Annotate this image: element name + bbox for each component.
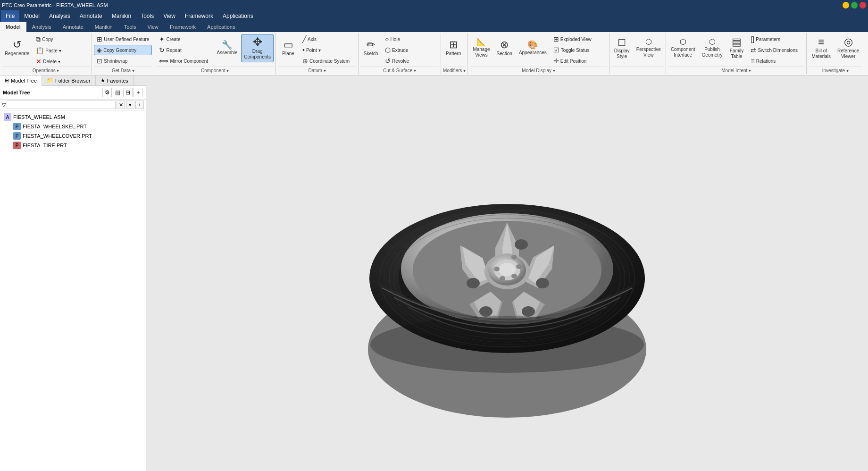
- btn-parameters[interactable]: [] Parameters: [748, 34, 804, 44]
- tree-item-tire[interactable]: P FIESTA_TIRE.PRT: [0, 141, 146, 150]
- menu-analysis[interactable]: Analysis: [44, 10, 75, 22]
- btn-publish-geometry[interactable]: ⬡ PublishGeometry: [699, 34, 726, 62]
- btn-revolve[interactable]: ↺ Revolve: [382, 56, 439, 66]
- tree-item-asm[interactable]: A FIESTA_WHEEL.ASM: [0, 112, 146, 122]
- tab-view[interactable]: View: [142, 22, 164, 32]
- tab-favorites[interactable]: ★ Favorites: [96, 76, 134, 85]
- tree-item-wheelskel[interactable]: P FIESTA_WHEELSKEL.PRT: [0, 122, 146, 131]
- btn-mirror-component[interactable]: ⟺ Mirror Component: [156, 56, 213, 66]
- tab-folder-browser[interactable]: 📁 Folder Browser: [42, 76, 96, 85]
- group-cut-surface: ✏ Sketch ○ Hole ⬡ Extrude ↺ Revolve: [359, 33, 441, 74]
- btn-sketch[interactable]: ✏ Sketch: [360, 34, 381, 62]
- group-label-model-intent: Model Intent ▾: [668, 67, 805, 73]
- group-cut-surface-content: ✏ Sketch ○ Hole ⬡ Extrude ↺ Revolve: [360, 34, 439, 67]
- tree-expand-button[interactable]: ▤: [113, 88, 122, 97]
- btn-plane[interactable]: ▭ Plane: [278, 34, 299, 62]
- tree-settings-button[interactable]: ⚙: [102, 88, 112, 97]
- coord-system-icon: ⊕: [302, 57, 308, 65]
- menu-annotate[interactable]: Annotate: [75, 10, 107, 22]
- tree-items: A FIESTA_WHEEL.ASM P FIESTA_WHEELSKEL.PR…: [0, 110, 146, 471]
- menu-manikin[interactable]: Manikin: [107, 10, 136, 22]
- btn-drag-components[interactable]: ✥ DragComponents: [241, 34, 274, 62]
- btn-copy-geometry[interactable]: ◈ Copy Geometry: [94, 45, 152, 55]
- menu-framework[interactable]: Framework: [180, 10, 218, 22]
- btn-paste[interactable]: 📋 Paste ▾: [33, 45, 90, 56]
- menu-tools[interactable]: Tools: [136, 10, 159, 22]
- tab-model[interactable]: Model: [0, 22, 26, 32]
- minimize-button[interactable]: [843, 2, 849, 8]
- btn-switch-dimensions[interactable]: ⇄ Switch Dimensions: [748, 45, 804, 55]
- wheel-3d-view: [356, 123, 658, 425]
- btn-repeat[interactable]: ↻ Repeat: [156, 45, 213, 55]
- btn-toggle-status[interactable]: ☑ Toggle Status: [551, 45, 607, 55]
- title-bar: PTC Creo Parametric - FIESTA_WHEEL.ASM: [0, 0, 868, 10]
- folder-browser-tab-icon: 📁: [47, 77, 53, 84]
- group-component-content: ✦ Create ↻ Repeat ⟺ Mirror Component 🔧 A…: [156, 34, 274, 67]
- btn-assemble[interactable]: 🔧 Assemble: [214, 34, 240, 62]
- btn-reference-viewer[interactable]: ◎ ReferenceViewer: [835, 34, 862, 62]
- tab-manikin[interactable]: Manikin: [89, 22, 118, 32]
- tab-model-tree[interactable]: ⊞ Model Tree: [0, 76, 42, 86]
- svg-point-24: [370, 316, 644, 373]
- btn-exploded-view[interactable]: ⊞ Exploded View: [551, 34, 607, 44]
- tree-add-button[interactable]: +: [134, 88, 143, 97]
- tab-framework[interactable]: Framework: [164, 22, 201, 32]
- panel-tabs: ⊞ Model Tree 📁 Folder Browser ★ Favorite…: [0, 76, 146, 86]
- btn-point[interactable]: • Point ▾: [300, 45, 356, 55]
- pattern-icon: ⊞: [449, 40, 458, 50]
- btn-family-table[interactable]: ▤ FamilyTable: [726, 34, 747, 62]
- btn-hole[interactable]: ○ Hole: [382, 34, 439, 44]
- btn-display-style[interactable]: ◻ DisplayStyle: [611, 34, 633, 62]
- btn-shrinkwrap[interactable]: ⊡ Shrinkwrap: [94, 56, 152, 66]
- btn-edit-position[interactable]: ✛ Edit Position: [551, 56, 607, 66]
- btn-manage-views[interactable]: 📐 ManageViews: [470, 34, 492, 62]
- btn-section[interactable]: ⊗ Section: [494, 34, 515, 62]
- tab-analysis[interactable]: Analysis: [26, 22, 57, 32]
- menu-file[interactable]: File: [1, 10, 19, 22]
- left-panel: ⊞ Model Tree 📁 Folder Browser ★ Favorite…: [0, 76, 146, 471]
- close-button[interactable]: [860, 2, 866, 8]
- btn-create[interactable]: ✦ Create: [156, 34, 213, 44]
- viewport[interactable]: [146, 76, 868, 471]
- btn-regenerate[interactable]: ↺ Regenerate: [2, 34, 32, 62]
- user-defined-icon: ⊞: [97, 35, 102, 43]
- menu-view[interactable]: View: [159, 10, 180, 22]
- exploded-view-icon: ⊞: [553, 35, 559, 43]
- tree-item-wheelcover[interactable]: P FIESTA_WHEELCOVER.PRT: [0, 131, 146, 141]
- btn-component-interface[interactable]: ⬡ ComponentInterface: [668, 34, 698, 62]
- favorites-tab-icon: ★: [100, 77, 105, 84]
- paste-icon: 📋: [36, 47, 44, 54]
- menu-applications[interactable]: Applications: [218, 10, 258, 22]
- point-icon: •: [302, 46, 305, 54]
- menu-model[interactable]: Model: [19, 10, 44, 22]
- tree-filter-add[interactable]: +: [135, 101, 144, 109]
- model-tree-tab-icon: ⊞: [5, 77, 9, 84]
- group-label-operations: Operations ▾: [2, 67, 90, 73]
- btn-axis[interactable]: ╱ Axis: [300, 34, 356, 44]
- tab-annotate[interactable]: Annotate: [57, 22, 89, 32]
- tree-filter-expand[interactable]: ▾: [126, 101, 134, 109]
- shrinkwrap-icon: ⊡: [97, 57, 102, 65]
- btn-coord-system[interactable]: ⊕ Coordinate System: [300, 56, 356, 66]
- svg-point-17: [511, 274, 517, 278]
- btn-pattern[interactable]: ⊞ Pattern: [443, 34, 464, 62]
- btn-extrude[interactable]: ⬡ Extrude: [382, 45, 439, 55]
- btn-perspective-view[interactable]: ⬡ PerspectiveView: [634, 34, 664, 62]
- ribbon-tabs: Model Analysis Annotate Manikin Tools Vi…: [0, 22, 868, 32]
- btn-copy[interactable]: ⧉ Copy: [33, 34, 90, 45]
- btn-delete[interactable]: ✕ Delete ▾: [33, 56, 90, 67]
- copy-geometry-icon: ◈: [97, 46, 102, 54]
- tree-filter-clear[interactable]: ✕: [117, 101, 125, 109]
- tree-item-tire-label: FIESTA_TIRE.PRT: [23, 143, 67, 148]
- tab-tools[interactable]: Tools: [118, 22, 142, 32]
- btn-bill-of-materials[interactable]: ≡ Bill ofMaterials: [809, 34, 834, 62]
- btn-appearances[interactable]: 🎨 Appearances: [516, 34, 550, 62]
- group-operations-content: ↺ Regenerate ⧉ Copy 📋 Paste ▾ ✕ Delete ▾: [2, 34, 90, 67]
- maximize-button[interactable]: [851, 2, 858, 8]
- btn-relations[interactable]: ≡ Relations: [748, 56, 804, 66]
- tree-collapse-button[interactable]: ⊟: [123, 88, 133, 97]
- btn-user-defined[interactable]: ⊞ User-Defined Feature: [94, 34, 152, 44]
- tree-filter-input[interactable]: [7, 101, 116, 109]
- mirror-icon: ⟺: [159, 57, 168, 65]
- tab-applications[interactable]: Applications: [201, 22, 241, 32]
